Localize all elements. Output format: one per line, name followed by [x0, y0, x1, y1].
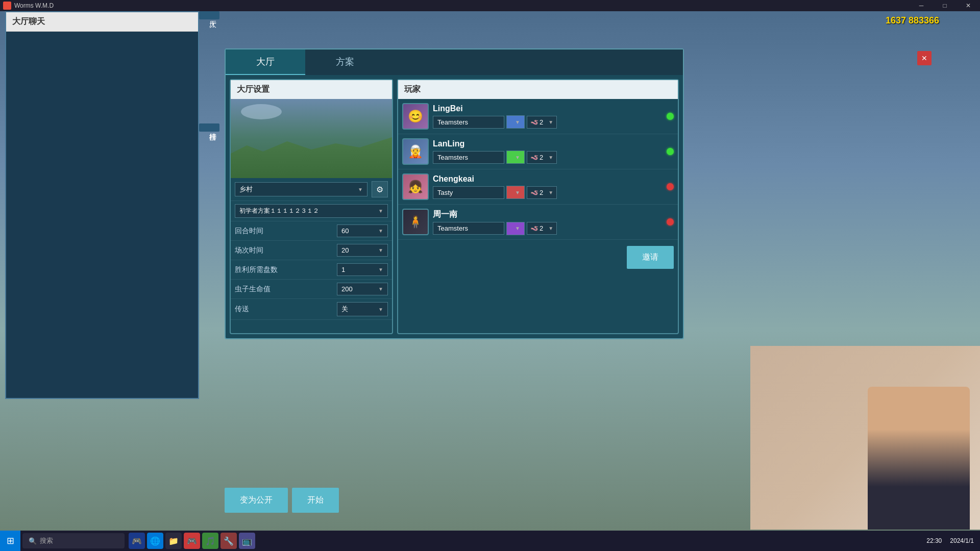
worm-arrow-1: ▼ [548, 155, 553, 160]
scheme-select[interactable]: 初学者方案１１１１２３１２ ▼ [235, 204, 388, 218]
search-label: 搜索 [40, 536, 53, 545]
player-color-select-3[interactable]: ▼ [506, 222, 525, 235]
player-status-1 [667, 148, 674, 155]
player-status-3 [667, 218, 674, 226]
player-team-input-0[interactable]: Teamsters [433, 116, 504, 129]
taskbar: ⊞ 🔍 搜索 🎮 🌐 📁 🎮 🎵 🔧 📺 22:30 2024/1/1 [0, 531, 980, 551]
player-team-row-1: Teamsters ▼ 🪱 2 ▼ [433, 151, 663, 164]
maximize-button[interactable]: □ [933, 0, 957, 11]
player-info-0: LingBei Teamsters ▼ 🪱 2 ▼ [433, 104, 663, 129]
round-time-arrow: ▼ [378, 228, 383, 234]
score-display: 1637 883366 [886, 15, 939, 26]
worm-health-arrow: ▼ [378, 286, 383, 292]
taskbar-date: 2024/1/1 [950, 537, 974, 544]
taskbar-icon-3[interactable]: 📁 [165, 533, 182, 549]
map-gear-button[interactable]: ⚙ [372, 181, 388, 197]
teleport-arrow: ▼ [378, 307, 383, 312]
webcam-person [868, 387, 970, 530]
player-avatar-0: 😊 [402, 103, 429, 130]
worm-arrow-2: ▼ [548, 190, 553, 195]
player-worm-count-3[interactable]: 🪱 2 ▼ [527, 222, 557, 235]
worm-arrow-0: ▼ [548, 119, 553, 125]
taskbar-icon-6[interactable]: 🔧 [220, 533, 237, 549]
player-worm-count-2[interactable]: 🪱 2 ▼ [527, 186, 557, 199]
player-team-row-0: Teamsters ▼ 🪱 2 ▼ [433, 115, 663, 129]
make-public-button[interactable]: 变为公开 [225, 488, 288, 513]
webcam-scene [750, 346, 980, 530]
main-window: 大厅 方案 大厅设置 乡村 ▼ ⚙ 初学者方案１１１１２３１ [225, 48, 684, 339]
tab-lobby[interactable]: 大厅 [226, 49, 305, 75]
player-avatar-1: 🧝 [402, 138, 429, 165]
window-content: 大厅设置 乡村 ▼ ⚙ 初学者方案１１１１２３１２ ▼ [226, 75, 683, 338]
player-worm-count-1[interactable]: 🪱 2 ▼ [527, 151, 557, 164]
start-button[interactable]: 开始 [292, 488, 339, 513]
player-avatar-3: 🧍 [402, 209, 429, 235]
chat-title: 大厅聊天 [6, 12, 198, 32]
tab-scheme[interactable]: 方案 [305, 49, 385, 75]
player-color-select-2[interactable]: ▼ [506, 186, 525, 199]
player-row-1: 🧝 LanLing Teamsters ▼ 🪱 2 ▼ [398, 134, 678, 169]
player-row-0: 😊 LingBei Teamsters ▼ 🪱 2 ▼ [398, 99, 678, 134]
taskbar-icon-4[interactable]: 🎮 [184, 533, 200, 549]
win-rounds-select[interactable]: 1 ▼ [337, 263, 388, 276]
title-bar-icon [3, 2, 11, 10]
match-time-select[interactable]: 20 ▼ [337, 244, 388, 257]
map-select[interactable]: 乡村 ▼ [235, 182, 368, 196]
taskbar-icon-5[interactable]: 🎵 [202, 533, 218, 549]
player-row-3: 🧍 周一南 Teamsters ▼ 🪱 2 ▼ [398, 205, 678, 240]
player-name-2: Chengkeai [433, 174, 663, 184]
player-team-row-2: Tasty ▼ 🪱 2 ▼ [433, 186, 663, 199]
player-color-select-1[interactable]: ▼ [506, 151, 525, 164]
taskbar-search[interactable]: 🔍 搜索 [22, 533, 125, 548]
worm-icon-2: 🪱 [530, 189, 538, 196]
title-bar: Worms W.M.D ─ □ ✕ [0, 0, 980, 11]
side-tab-rank[interactable]: 排行榜 [199, 123, 219, 132]
player-avatar-2: 👧 [402, 173, 429, 200]
player-name-1: LanLing [433, 139, 663, 148]
player-avatar-img-1: 🧝 [403, 139, 428, 164]
settings-title: 大厅设置 [231, 80, 392, 99]
taskbar-icon-7[interactable]: 📺 [239, 533, 255, 549]
taskbar-app-icons: 🎮 🌐 📁 🎮 🎵 🔧 📺 [129, 533, 255, 549]
player-color-select-0[interactable]: ▼ [506, 115, 525, 129]
side-tabs: 大厅 排行榜 [199, 11, 219, 132]
close-window-button[interactable]: ✕ [917, 51, 932, 65]
webcam-overlay [750, 346, 980, 530]
worm-health-select[interactable]: 200 ▼ [337, 283, 388, 295]
color-arrow-1: ▼ [515, 155, 520, 160]
setting-row-4: 传送 关 ▼ [231, 299, 392, 320]
taskbar-icon-1[interactable]: 🎮 [129, 533, 145, 549]
color-arrow-0: ▼ [515, 119, 520, 125]
player-avatar-img-0: 😊 [403, 104, 428, 129]
start-menu-button[interactable]: ⊞ [0, 531, 20, 551]
player-name-0: LingBei [433, 104, 663, 113]
player-info-2: Chengkeai Tasty ▼ 🪱 2 ▼ [433, 174, 663, 199]
worm-icon-0: 🪱 [530, 118, 538, 126]
player-info-1: LanLing Teamsters ▼ 🪱 2 ▼ [433, 139, 663, 164]
worm-icon-3: 🪱 [530, 224, 538, 232]
window-close-button[interactable]: ✕ [957, 0, 980, 11]
setting-row-2: 胜利所需盘数 1 ▼ [231, 260, 392, 280]
setting-row-1: 场次时间 20 ▼ [231, 241, 392, 260]
match-time-arrow: ▼ [378, 247, 383, 253]
player-row-2: 👧 Chengkeai Tasty ▼ 🪱 2 ▼ [398, 169, 678, 205]
players-title: 玩家 [398, 80, 678, 99]
player-status-2 [667, 183, 674, 190]
teleport-select[interactable]: 关 ▼ [337, 302, 388, 316]
side-tab-lobby[interactable]: 大厅 [199, 11, 219, 19]
map-terrain [231, 137, 392, 178]
minimize-button[interactable]: ─ [910, 0, 933, 11]
player-info-3: 周一南 Teamsters ▼ 🪱 2 ▼ [433, 209, 663, 235]
invite-button[interactable]: 邀请 [627, 246, 674, 269]
taskbar-icon-2[interactable]: 🌐 [147, 533, 163, 549]
setting-row-3: 虫子生命值 200 ▼ [231, 280, 392, 299]
player-team-input-1[interactable]: Teamsters [433, 151, 504, 164]
player-name-3: 周一南 [433, 209, 663, 220]
color-arrow-3: ▼ [515, 226, 520, 231]
round-time-select[interactable]: 60 ▼ [337, 224, 388, 237]
color-arrow-2: ▼ [515, 190, 520, 195]
taskbar-time: 22:30 [926, 537, 942, 544]
player-team-input-3[interactable]: Teamsters [433, 222, 504, 235]
player-team-input-2[interactable]: Tasty [433, 186, 504, 199]
player-worm-count-0[interactable]: 🪱 2 ▼ [527, 116, 557, 129]
